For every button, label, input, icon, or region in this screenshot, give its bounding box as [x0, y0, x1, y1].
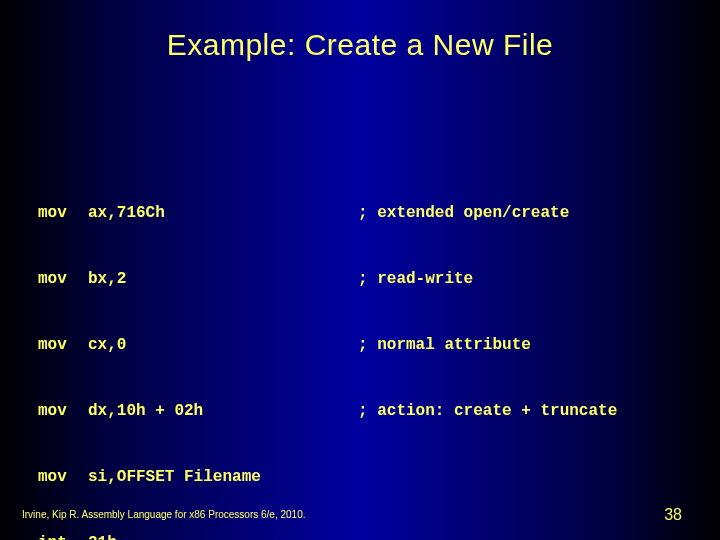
code-op: mov — [38, 466, 88, 488]
code-op: int — [38, 532, 88, 540]
code-args: si,OFFSET Filename — [88, 466, 358, 488]
code-block: movax,716Ch; extended open/create movbx,… — [38, 158, 617, 540]
code-args: cx,0 — [88, 334, 358, 356]
slide-title: Example: Create a New File — [0, 0, 720, 62]
footer-citation: Irvine, Kip R. Assembly Language for x86… — [22, 509, 306, 520]
code-args: ax,716Ch — [88, 202, 358, 224]
code-line: movax,716Ch; extended open/create — [38, 202, 617, 224]
code-comment: ; read-write — [358, 268, 473, 290]
code-op: mov — [38, 400, 88, 422]
code-args: bx,2 — [88, 268, 358, 290]
page-number: 38 — [664, 506, 682, 524]
code-args: 21h — [88, 532, 358, 540]
code-args: dx,10h + 02h — [88, 400, 358, 422]
code-line: movsi,OFFSET Filename — [38, 466, 617, 488]
code-line: movdx,10h + 02h; action: create + trunca… — [38, 400, 617, 422]
code-op: mov — [38, 268, 88, 290]
code-op: mov — [38, 202, 88, 224]
code-line: movcx,0; normal attribute — [38, 334, 617, 356]
code-line: int21h — [38, 532, 617, 540]
code-comment: ; action: create + truncate — [358, 400, 617, 422]
code-comment: ; normal attribute — [358, 334, 531, 356]
code-line: movbx,2; read-write — [38, 268, 617, 290]
code-comment: ; extended open/create — [358, 202, 569, 224]
code-op: mov — [38, 334, 88, 356]
slide: Example: Create a New File movax,716Ch; … — [0, 0, 720, 540]
